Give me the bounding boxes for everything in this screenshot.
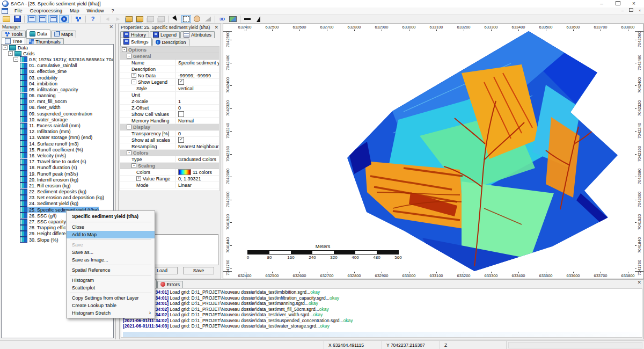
menu-geoprocessing[interactable]: Geoprocessing xyxy=(26,8,67,13)
menu-[interactable]: ? xyxy=(108,8,118,13)
help-button[interactable] xyxy=(88,15,98,23)
properties-tab-settings[interactable]: Settings xyxy=(120,38,152,46)
show-data-source-button[interactable] xyxy=(48,15,58,23)
menu-file[interactable]: File xyxy=(11,8,26,13)
tree-item-grid-12[interactable]: 12. Infiltration (mm) xyxy=(2,129,113,135)
setting-value-mode[interactable]: Linear xyxy=(176,182,219,188)
save-as-image-button[interactable] xyxy=(228,15,238,23)
tree-item-grid-14[interactable]: 14. Surface runoff (m3) xyxy=(2,141,113,147)
properties-tab-attributes[interactable]: Attributes xyxy=(180,31,215,38)
messages-tab-errors[interactable]: Errors xyxy=(157,281,184,288)
context-menu-scatterplot[interactable]: Scatterplot xyxy=(67,284,155,292)
setting-value-unit[interactable] xyxy=(176,92,219,98)
section-expander-icon[interactable]: - xyxy=(127,54,131,59)
tree-expander-icon[interactable]: - xyxy=(3,45,8,50)
row-expander-icon[interactable]: - xyxy=(131,79,136,84)
manager-tab-data[interactable]: Data xyxy=(26,30,50,38)
row-expander-icon[interactable]: + xyxy=(131,73,136,78)
tree-item-grid-5[interactable]: 05. infiltration_capacity xyxy=(2,86,113,92)
context-menu-create-lookup-table[interactable]: Create Lookup Table xyxy=(67,302,155,309)
context-menu-histogram-stretch[interactable]: Histogram Stretch xyxy=(67,309,155,317)
menu-window[interactable]: Window xyxy=(83,8,108,13)
properties-tab-legend[interactable]: Legend xyxy=(150,31,180,38)
context-menu-copy-settings-from-other-layer[interactable]: Copy Settings from other Layer xyxy=(67,294,155,302)
tree-item-grid-21[interactable]: 21. Rill erosion (kg) xyxy=(2,183,113,188)
setting-value-resampling[interactable]: Nearest Neighbour xyxy=(176,143,219,149)
manager-tab-maps[interactable]: Maps xyxy=(51,31,76,38)
settings-section-colors[interactable]: -Colors xyxy=(120,150,219,156)
north-arrow-button[interactable] xyxy=(253,15,263,23)
tree-node-grids[interactable]: -Grids xyxy=(2,50,113,56)
settings-section-display[interactable]: -Display xyxy=(120,124,219,130)
tree-item-grid-3[interactable]: 03. erodibility xyxy=(2,75,113,81)
setting-value-colors[interactable]: 11 colors xyxy=(176,169,219,175)
manager-close-icon[interactable]: ✕ xyxy=(109,24,113,30)
measure-tool-button[interactable] xyxy=(203,15,213,23)
tree-expander-icon[interactable]: - xyxy=(13,57,18,62)
messages-close-icon[interactable]: ✕ xyxy=(637,280,641,285)
zoom-next-button[interactable] xyxy=(113,15,123,23)
tree-item-grid-6[interactable]: 06. manning xyxy=(2,93,113,99)
mdi-restore-button[interactable] xyxy=(627,8,635,14)
menu-map[interactable]: Map xyxy=(66,8,83,13)
tree-item-grid-15[interactable]: 15. Runoff coefficient (%) xyxy=(2,147,113,152)
pan-tool-button[interactable] xyxy=(192,15,202,23)
tree-item-grid-10[interactable]: 10. water_storage xyxy=(2,117,113,122)
minimize-button[interactable]: – xyxy=(594,0,610,8)
save-button[interactable] xyxy=(12,15,22,23)
tree-item-grid-24[interactable]: 24. Sediment yield (kg) xyxy=(2,201,113,207)
checkbox-unchecked-icon[interactable] xyxy=(178,111,184,117)
context-menu-histogram[interactable]: Histogram xyxy=(67,277,155,284)
settings-section-options[interactable]: -Options xyxy=(120,47,219,53)
pointer-button[interactable] xyxy=(171,15,180,23)
tree-item-grid-9[interactable]: 09. suspended_concentration xyxy=(2,111,113,117)
row-expander-icon[interactable]: + xyxy=(136,176,141,181)
save-settings-button[interactable]: Save xyxy=(183,267,214,274)
setting-value-z-offset[interactable]: 0 xyxy=(176,105,219,111)
tree-node-grid-system[interactable]: -0.5; 1975x 1821y; 632616.565561x 704170… xyxy=(2,56,113,62)
section-expander-icon[interactable]: - xyxy=(131,163,136,168)
settings-section-general[interactable]: -General xyxy=(120,53,219,60)
checkbox-checked-icon[interactable] xyxy=(178,79,184,85)
tree-item-grid-23[interactable]: 23. Net erosion and deposition (kg) xyxy=(2,195,113,201)
setting-value-name[interactable]: Specific sediment yield (t/h xyxy=(176,60,219,66)
tree-item-grid-2[interactable]: 02. effective_time xyxy=(2,69,113,75)
zoom-to-full-extent-button[interactable] xyxy=(124,15,134,23)
tree-expander-icon[interactable]: - xyxy=(8,51,13,56)
map-canvas[interactable]: Meters 080160240320400480560 xyxy=(232,31,635,272)
show-manager-button[interactable] xyxy=(27,15,36,23)
zoom-previous-button[interactable] xyxy=(103,15,112,23)
close-button[interactable]: × xyxy=(626,0,642,8)
context-menu-save-as[interactable]: Save as... xyxy=(67,249,155,256)
tree-item-grid-1[interactable]: 01. cumulative_rainfall xyxy=(2,63,113,69)
zoom-tool-button[interactable] xyxy=(181,15,191,23)
mdi-document-icon[interactable] xyxy=(2,8,8,14)
tree-item-grid-16[interactable]: 16. Velocity (m/s) xyxy=(2,152,113,158)
setting-value-z-scale[interactable]: 1 xyxy=(176,98,219,104)
tree-item-grid-22[interactable]: 22. Sediment deposits (kg) xyxy=(2,189,113,195)
tool-libraries-button[interactable] xyxy=(74,15,83,23)
zoom-to-active-layer-button[interactable] xyxy=(135,15,144,23)
setting-value-type[interactable]: Graduated Colors xyxy=(176,156,219,162)
setting-value-show-legend[interactable] xyxy=(176,79,219,85)
checkbox-checked-icon[interactable] xyxy=(178,137,184,143)
context-menu-close[interactable]: Close xyxy=(67,223,155,231)
tree-item-grid-8[interactable]: 08. river_width xyxy=(2,105,113,111)
setting-value-value-range[interactable]: 0; 1.39321 xyxy=(176,176,219,181)
context-menu-spatial-reference[interactable]: Spatial Reference xyxy=(67,266,155,274)
tree-item-grid-7[interactable]: 07. mnt_fill_50cm xyxy=(2,99,113,105)
context-menu-add-to-map[interactable]: Add to Map xyxy=(67,231,155,238)
properties-close-icon[interactable]: ✕ xyxy=(214,25,218,30)
tree-item-grid-13[interactable]: 13. Water storage (mm) (end) xyxy=(2,135,113,141)
settings-section-scaling[interactable]: -Scaling xyxy=(120,163,219,169)
view-3d-button[interactable] xyxy=(217,15,227,23)
synchronize-extents-button[interactable] xyxy=(145,15,155,23)
restore-button[interactable] xyxy=(610,0,626,8)
section-expander-icon[interactable]: - xyxy=(122,47,127,52)
setting-value-no-data[interactable]: -99999; -99999 xyxy=(176,72,219,78)
setting-value-transparency[interactable]: 0 xyxy=(176,130,219,136)
setting-value-show-cell-values[interactable] xyxy=(176,111,219,117)
setting-value-show-at-all-scales[interactable] xyxy=(176,137,219,143)
setting-value-description[interactable] xyxy=(176,66,219,72)
tree-item-grid-19[interactable]: 19. Runoff peak (m3/s) xyxy=(2,171,113,177)
